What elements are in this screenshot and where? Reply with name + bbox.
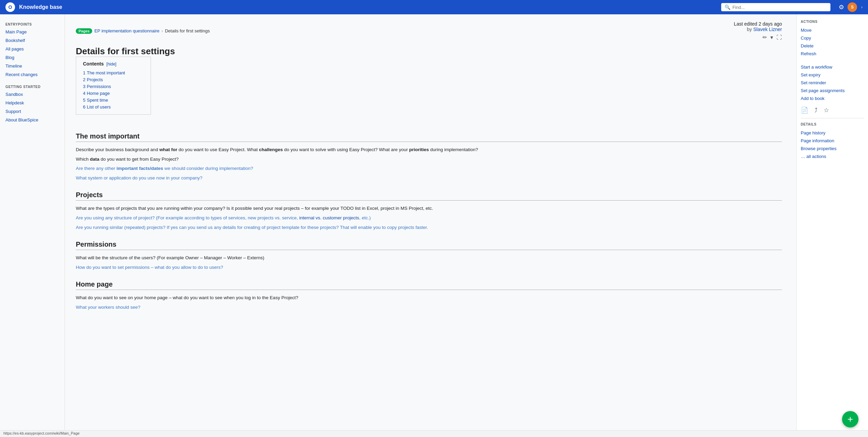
- section-heading-permissions: Permissions: [76, 241, 782, 250]
- star-icon[interactable]: ☆: [824, 106, 829, 114]
- contents-item-1: 1The most important: [83, 69, 144, 76]
- nav-icons: ⚙ S ›: [839, 2, 863, 12]
- section-text-home-page-2: What your workers should see?: [76, 304, 782, 311]
- sidebar-item-support[interactable]: Support: [0, 107, 65, 116]
- app-logo[interactable]: O: [5, 2, 15, 12]
- logo-text: O: [9, 4, 12, 10]
- action-set-expiry[interactable]: Set expiry: [801, 71, 864, 79]
- section-text-projects-1: What are the types of projects that you …: [76, 205, 782, 212]
- layout: ENTRYPOINTS Main Page Bookshelf All page…: [0, 14, 868, 437]
- section-text-most-important-4: What system or application do you use no…: [76, 174, 782, 182]
- sidebar-item-helpdesk[interactable]: Helpdesk: [0, 99, 65, 107]
- breadcrumb-pages-badge[interactable]: Pages: [76, 28, 92, 34]
- contents-item-4: 4Home page: [83, 90, 144, 97]
- detail-page-history[interactable]: Page history: [801, 129, 864, 137]
- sidebar-item-main-page[interactable]: Main Page: [0, 28, 65, 36]
- sidebar-label-entrypoints: ENTRYPOINTS: [0, 20, 65, 28]
- status-url: https://es-kb.easyproject.com/wiki/Main_…: [3, 431, 80, 435]
- editor-info: by Slavek Lizner: [734, 27, 782, 32]
- section-heading-projects: Projects: [76, 191, 782, 201]
- action-set-page-assignments[interactable]: Set page assignments: [801, 87, 864, 94]
- avatar-chevron-icon: ›: [861, 5, 863, 10]
- action-refresh[interactable]: Refresh: [801, 50, 864, 58]
- section-heading-home-page: Home page: [76, 280, 782, 290]
- breadcrumb-separator: ›: [162, 29, 163, 33]
- actions-label: ACTIONS: [801, 20, 864, 24]
- action-set-reminder[interactable]: Set reminder: [801, 79, 864, 87]
- sidebar-item-recent-changes[interactable]: Recent changes: [0, 70, 65, 79]
- contents-list: 1The most important 2Projects 3Permissio…: [83, 69, 144, 110]
- panel-icon-row: 📄 ⤴ ☆: [801, 106, 864, 114]
- contents-link-3[interactable]: 3Permissions: [83, 84, 111, 89]
- search-input[interactable]: [732, 5, 827, 10]
- sidebar-section-getting-started: GETTING STARTED Sandbox Helpdesk Support…: [0, 82, 65, 124]
- action-delete[interactable]: Delete: [801, 42, 864, 50]
- breadcrumb-current-page: Details for first settings: [165, 28, 210, 33]
- section-text-permissions-1: What will be the structure of the users?…: [76, 254, 782, 262]
- user-avatar[interactable]: S: [848, 2, 857, 12]
- editor-link[interactable]: Slavek Lizner: [753, 27, 782, 32]
- action-add-to-book[interactable]: Add to book: [801, 94, 864, 102]
- breadcrumb: Pages EP implementation questionnaire › …: [76, 21, 782, 41]
- sidebar-item-blog[interactable]: Blog: [0, 53, 65, 62]
- edit-dropdown-icon[interactable]: ▾: [770, 34, 773, 41]
- top-nav: O Knowledge base 🔍 ⚙ S ›: [0, 0, 868, 14]
- panel-divider: [801, 118, 864, 118]
- contents-link-4[interactable]: 4Home page: [83, 91, 110, 96]
- document-icon[interactable]: 📄: [801, 106, 808, 114]
- page-title: Details for first settings: [76, 46, 782, 57]
- section-text-most-important-2: Which data do you want to get from Easy …: [76, 156, 782, 163]
- contents-link-2[interactable]: 2Projects: [83, 77, 103, 82]
- app-title: Knowledge base: [19, 4, 62, 10]
- expand-icon[interactable]: ⛶: [776, 34, 782, 41]
- last-edited-text: Last edited 2 days ago: [734, 21, 782, 27]
- contents-item-3: 3Permissions: [83, 83, 144, 90]
- contents-link-6[interactable]: 6List of users: [83, 104, 111, 110]
- action-move[interactable]: Move: [801, 26, 864, 34]
- sidebar-item-about-bluespice[interactable]: About BlueSpice: [0, 116, 65, 124]
- detail-page-information[interactable]: Page information: [801, 137, 864, 145]
- sidebar-section-entrypoints: ENTRYPOINTS Main Page Bookshelf All page…: [0, 20, 65, 79]
- page-action-icons: ✏ ▾ ⛶: [734, 34, 782, 41]
- main-content: Pages EP implementation questionnaire › …: [65, 14, 868, 437]
- search-icon: 🔍: [725, 4, 730, 10]
- page-area: Pages EP implementation questionnaire › …: [65, 14, 793, 437]
- page-meta: Last edited 2 days ago by Slavek Lizner …: [734, 21, 782, 41]
- contents-item-5: 5Spent time: [83, 97, 144, 103]
- contents-hide-toggle[interactable]: [hide]: [107, 62, 116, 67]
- detail-browse-properties[interactable]: Browse properties: [801, 145, 864, 152]
- sidebar-label-getting-started: GETTING STARTED: [0, 82, 65, 90]
- right-panel: ACTIONS Move Copy Delete Refresh Start a…: [796, 14, 868, 437]
- section-text-projects-3: Are you running similar (repeated) proje…: [76, 224, 782, 231]
- contents-link-5[interactable]: 5Spent time: [83, 98, 108, 103]
- contents-item-2: 2Projects: [83, 76, 144, 83]
- details-label: DETAILS: [801, 122, 864, 126]
- sidebar-item-timeline[interactable]: Timeline: [0, 62, 65, 70]
- section-heading-most-important: The most important: [76, 132, 782, 142]
- contents-item-6: 6List of users: [83, 103, 144, 110]
- section-text-permissions-2: How do you want to set permissions – wha…: [76, 264, 782, 271]
- search-bar[interactable]: 🔍: [721, 3, 830, 11]
- detail-all-actions[interactable]: … all actions: [801, 152, 864, 160]
- status-bar: https://es-kb.easyproject.com/wiki/Main_…: [0, 430, 868, 437]
- contents-box: Contents [hide] 1The most important 2Pro…: [76, 57, 151, 115]
- breadcrumb-parent-link[interactable]: EP implementation questionnaire: [94, 28, 159, 33]
- section-text-most-important-1: Describe your business background and wh…: [76, 146, 782, 154]
- share-icon[interactable]: ⤴: [814, 107, 817, 114]
- sidebar: ENTRYPOINTS Main Page Bookshelf All page…: [0, 14, 65, 437]
- sidebar-item-sandbox[interactable]: Sandbox: [0, 90, 65, 99]
- action-copy[interactable]: Copy: [801, 34, 864, 42]
- fab-button[interactable]: +: [842, 411, 858, 427]
- section-text-most-important-3: Are there any other important facts/date…: [76, 165, 782, 172]
- sidebar-item-all-pages[interactable]: All pages: [0, 45, 65, 53]
- action-start-workflow[interactable]: Start a workflow: [801, 63, 864, 71]
- contents-title: Contents [hide]: [83, 61, 144, 67]
- contents-link-1[interactable]: 1The most important: [83, 70, 125, 75]
- section-text-projects-2: Are you using any structure of project? …: [76, 214, 782, 222]
- settings-icon[interactable]: ⚙: [839, 3, 844, 11]
- section-text-home-page-1: What do you want to see on your home pag…: [76, 294, 782, 302]
- sidebar-item-bookshelf[interactable]: Bookshelf: [0, 36, 65, 45]
- edit-icon[interactable]: ✏: [762, 34, 767, 41]
